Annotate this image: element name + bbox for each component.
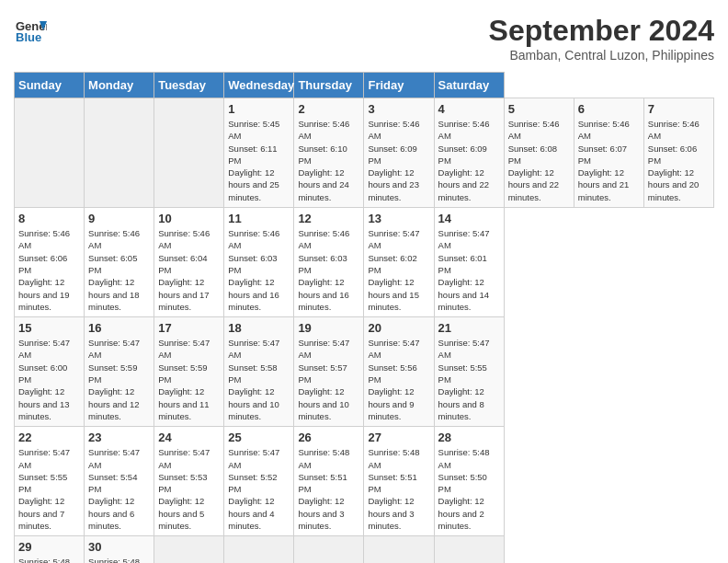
day-number: 27 (368, 431, 429, 444)
day-number: 20 (368, 321, 429, 335)
logo: General Blue (14, 14, 47, 47)
calendar-cell: 13Sunrise: 5:47 AMSunset: 6:02 PMDayligh… (364, 208, 434, 317)
day-number: 10 (158, 212, 220, 225)
location-title: Bamban, Central Luzon, Philippines (489, 48, 714, 63)
day-info: Sunrise: 5:47 AMSunset: 5:54 PMDaylight:… (88, 446, 150, 532)
calendar-cell (364, 536, 434, 563)
day-number: 28 (438, 431, 500, 444)
day-number: 24 (158, 431, 220, 444)
day-info: Sunrise: 5:46 AMSunset: 6:03 PMDaylight:… (228, 227, 290, 313)
day-number: 3 (368, 102, 429, 116)
day-number: 7 (648, 102, 710, 116)
calendar-cell: 20Sunrise: 5:47 AMSunset: 5:56 PMDayligh… (364, 317, 434, 427)
col-header-sunday: Sunday (15, 73, 85, 98)
day-number: 2 (298, 102, 359, 116)
calendar-cell (15, 98, 85, 208)
day-info: Sunrise: 5:47 AMSunset: 6:00 PMDaylight:… (18, 337, 80, 422)
day-number: 12 (298, 212, 359, 225)
day-info: Sunrise: 5:48 AMSunset: 5:49 PMDaylight:… (18, 556, 80, 563)
calendar-cell (224, 536, 294, 563)
calendar-cell (294, 536, 364, 563)
day-number: 4 (438, 102, 500, 116)
calendar-header: SundayMondayTuesdayWednesdayThursdayFrid… (15, 73, 714, 98)
logo-icon: General Blue (14, 14, 47, 47)
month-title: September 2024 (489, 14, 714, 48)
header: General Blue September 2024 Bamban, Cent… (14, 14, 714, 63)
day-number: 16 (88, 321, 150, 335)
calendar-cell: 3Sunrise: 5:46 AMSunset: 6:09 PMDaylight… (364, 98, 434, 208)
day-info: Sunrise: 5:48 AMSunset: 5:51 PMDaylight:… (298, 446, 359, 532)
day-number: 19 (298, 321, 359, 335)
day-number: 11 (228, 212, 290, 225)
day-number: 29 (18, 540, 80, 554)
day-info: Sunrise: 5:47 AMSunset: 5:59 PMDaylight:… (88, 337, 150, 422)
day-info: Sunrise: 5:47 AMSunset: 6:01 PMDaylight:… (438, 227, 500, 313)
calendar-cell: 8Sunrise: 5:46 AMSunset: 6:06 PMDaylight… (15, 208, 85, 317)
calendar-cell (154, 536, 224, 563)
calendar-cell: 4Sunrise: 5:46 AMSunset: 6:09 PMDaylight… (434, 98, 504, 208)
day-info: Sunrise: 5:46 AMSunset: 6:09 PMDaylight:… (368, 118, 429, 203)
col-header-monday: Monday (85, 73, 154, 98)
day-number: 6 (578, 102, 640, 116)
day-number: 18 (228, 321, 290, 335)
calendar-cell: 16Sunrise: 5:47 AMSunset: 5:59 PMDayligh… (85, 317, 154, 427)
day-number: 22 (18, 431, 80, 444)
day-info: Sunrise: 5:46 AMSunset: 6:08 PMDaylight:… (508, 118, 570, 203)
calendar-cell: 21Sunrise: 5:47 AMSunset: 5:55 PMDayligh… (434, 317, 504, 427)
day-info: Sunrise: 5:47 AMSunset: 5:57 PMDaylight:… (298, 337, 359, 422)
calendar-cell: 19Sunrise: 5:47 AMSunset: 5:57 PMDayligh… (294, 317, 364, 427)
col-header-saturday: Saturday (434, 73, 504, 98)
calendar-cell: 2Sunrise: 5:46 AMSunset: 6:10 PMDaylight… (294, 98, 364, 208)
day-number: 13 (368, 212, 429, 225)
day-info: Sunrise: 5:46 AMSunset: 6:09 PMDaylight:… (438, 118, 500, 203)
calendar-cell: 1Sunrise: 5:45 AMSunset: 6:11 PMDaylight… (224, 98, 294, 208)
calendar-week-3: 15Sunrise: 5:47 AMSunset: 6:00 PMDayligh… (15, 317, 714, 427)
day-info: Sunrise: 5:47 AMSunset: 5:55 PMDaylight:… (18, 446, 80, 532)
calendar-week-1: 1Sunrise: 5:45 AMSunset: 6:11 PMDaylight… (15, 98, 714, 208)
day-info: Sunrise: 5:47 AMSunset: 5:52 PMDaylight:… (228, 446, 290, 532)
calendar-cell: 27Sunrise: 5:48 AMSunset: 5:51 PMDayligh… (364, 427, 434, 536)
day-number: 23 (88, 431, 150, 444)
calendar-cell: 29Sunrise: 5:48 AMSunset: 5:49 PMDayligh… (15, 536, 85, 563)
title-area: September 2024 Bamban, Central Luzon, Ph… (489, 14, 714, 63)
calendar-cell: 23Sunrise: 5:47 AMSunset: 5:54 PMDayligh… (85, 427, 154, 536)
day-number: 1 (228, 102, 290, 116)
day-number: 26 (298, 431, 359, 444)
day-number: 21 (438, 321, 500, 335)
col-header-thursday: Thursday (294, 73, 364, 98)
day-info: Sunrise: 5:47 AMSunset: 5:55 PMDaylight:… (438, 337, 500, 422)
calendar-cell: 9Sunrise: 5:46 AMSunset: 6:05 PMDaylight… (85, 208, 154, 317)
day-info: Sunrise: 5:45 AMSunset: 6:11 PMDaylight:… (228, 118, 290, 203)
calendar-cell: 11Sunrise: 5:46 AMSunset: 6:03 PMDayligh… (224, 208, 294, 317)
day-number: 8 (18, 212, 80, 225)
day-info: Sunrise: 5:47 AMSunset: 5:58 PMDaylight:… (228, 337, 290, 422)
calendar-week-4: 22Sunrise: 5:47 AMSunset: 5:55 PMDayligh… (15, 427, 714, 536)
calendar-cell: 15Sunrise: 5:47 AMSunset: 6:00 PMDayligh… (15, 317, 85, 427)
calendar-cell: 7Sunrise: 5:46 AMSunset: 6:06 PMDaylight… (643, 98, 713, 208)
col-header-wednesday: Wednesday (224, 73, 294, 98)
calendar-cell (85, 98, 154, 208)
day-info: Sunrise: 5:47 AMSunset: 5:53 PMDaylight:… (158, 446, 220, 532)
calendar-week-5: 29Sunrise: 5:48 AMSunset: 5:49 PMDayligh… (15, 536, 714, 563)
day-info: Sunrise: 5:47 AMSunset: 6:02 PMDaylight:… (368, 227, 429, 313)
calendar-cell: 6Sunrise: 5:46 AMSunset: 6:07 PMDaylight… (574, 98, 643, 208)
day-info: Sunrise: 5:46 AMSunset: 6:06 PMDaylight:… (18, 227, 80, 313)
day-info: Sunrise: 5:46 AMSunset: 6:07 PMDaylight:… (578, 118, 640, 203)
calendar-cell: 17Sunrise: 5:47 AMSunset: 5:59 PMDayligh… (154, 317, 224, 427)
col-header-friday: Friday (364, 73, 434, 98)
day-number: 30 (88, 540, 150, 554)
day-info: Sunrise: 5:46 AMSunset: 6:04 PMDaylight:… (158, 227, 220, 313)
svg-text:Blue: Blue (16, 30, 41, 44)
day-info: Sunrise: 5:46 AMSunset: 6:06 PMDaylight:… (648, 118, 710, 203)
calendar-cell (154, 98, 224, 208)
calendar-cell: 5Sunrise: 5:46 AMSunset: 6:08 PMDaylight… (504, 98, 574, 208)
day-number: 25 (228, 431, 290, 444)
day-number: 17 (158, 321, 220, 335)
day-info: Sunrise: 5:48 AMSunset: 5:51 PMDaylight:… (368, 446, 429, 532)
calendar-cell: 12Sunrise: 5:46 AMSunset: 6:03 PMDayligh… (294, 208, 364, 317)
day-number: 15 (18, 321, 80, 335)
calendar-cell: 28Sunrise: 5:48 AMSunset: 5:50 PMDayligh… (434, 427, 504, 536)
day-info: Sunrise: 5:48 AMSunset: 5:48 PMDaylight:… (88, 556, 150, 563)
calendar-cell (434, 536, 504, 563)
calendar-cell: 25Sunrise: 5:47 AMSunset: 5:52 PMDayligh… (224, 427, 294, 536)
